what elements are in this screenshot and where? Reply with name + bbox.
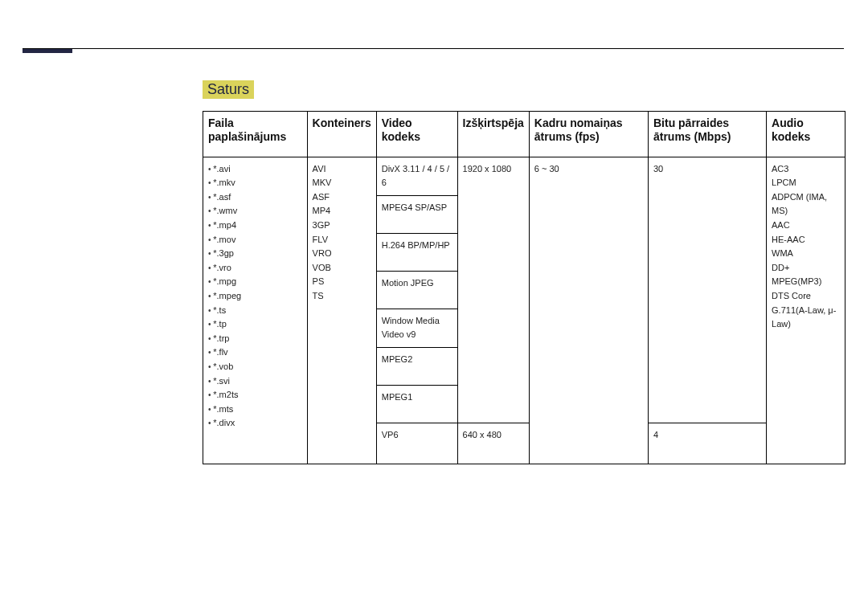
list-item: *.wmv bbox=[208, 204, 302, 219]
list-item: *.mp4 bbox=[208, 219, 302, 233]
list-item: *.divx bbox=[208, 416, 302, 431]
list-item: DD+ bbox=[772, 261, 840, 276]
list-item: *.trp bbox=[208, 332, 302, 346]
list-item: TS bbox=[313, 289, 371, 304]
list-item: *.svi bbox=[208, 374, 302, 389]
cell-fps: 6 ~ 30 bbox=[529, 157, 648, 464]
cell-bitrate: 4 bbox=[648, 423, 766, 464]
cell-video-codec: VP6 bbox=[376, 423, 457, 464]
list-item: *.asf bbox=[208, 190, 302, 205]
cell-res: 1920 x 1080 bbox=[457, 157, 529, 423]
list-item: DTS Core bbox=[772, 289, 840, 304]
list-item: AC3 bbox=[772, 162, 840, 177]
header-divider bbox=[23, 48, 844, 49]
cell-audio-codec: AC3LPCMADPCM (IMA, MS)AACHE-AACWMADD+MPE… bbox=[767, 157, 845, 464]
list-item: ADPCM (IMA, MS) bbox=[772, 190, 840, 219]
list-item: *.mpg bbox=[208, 275, 302, 289]
file-ext-list: *.avi*.mkv*.asf*.wmv*.mp4*.mov*.3gp*.vro… bbox=[208, 162, 302, 431]
list-item: *.mov bbox=[208, 233, 302, 247]
list-item: *.tp bbox=[208, 317, 302, 332]
th-resolution: Izšķirtspēja bbox=[457, 112, 529, 157]
list-item: VOB bbox=[313, 261, 371, 276]
list-item: *.mts bbox=[208, 403, 302, 417]
list-item: ASF bbox=[313, 190, 371, 205]
list-item: *.flv bbox=[208, 345, 302, 360]
cell-video-codec: DivX 3.11 / 4 / 5 / 6 bbox=[376, 157, 457, 195]
list-item: 3GP bbox=[313, 219, 371, 233]
th-video-codec: Video kodeks bbox=[376, 112, 457, 157]
container-list: AVIMKVASFMP43GPFLVVROVOBPSTS bbox=[313, 162, 371, 304]
list-item: FLV bbox=[313, 233, 371, 247]
audio-codec-list: AC3LPCMADPCM (IMA, MS)AACHE-AACWMADD+MPE… bbox=[772, 162, 840, 332]
list-item: AAC bbox=[772, 219, 840, 233]
cell-bitrate: 30 bbox=[648, 157, 766, 423]
list-item: VRO bbox=[313, 247, 371, 261]
codec-table-wrap: Faila paplašinājums Konteiners Video kod… bbox=[203, 111, 845, 464]
list-item: MKV bbox=[313, 176, 371, 190]
th-fps: Kadru nomaiņas ātrums (fps) bbox=[529, 112, 648, 157]
list-item: *.m2ts bbox=[208, 388, 302, 403]
cell-video-codec: Window Media Video v9 bbox=[376, 309, 457, 347]
cell-video-codec: H.264 BP/MP/HP bbox=[376, 233, 457, 271]
cell-video-codec: MPEG2 bbox=[376, 347, 457, 385]
list-item: *.mkv bbox=[208, 176, 302, 190]
th-bitrate: Bitu pārraides ātrums (Mbps) bbox=[648, 112, 766, 157]
list-item: MP4 bbox=[313, 204, 371, 219]
section-title: Saturs bbox=[203, 80, 254, 99]
th-file-ext: Faila paplašinājums bbox=[203, 112, 308, 157]
list-item: *.ts bbox=[208, 304, 302, 318]
cell-container: AVIMKVASFMP43GPFLVVROVOBPSTS bbox=[307, 157, 376, 464]
list-item: WMA bbox=[772, 247, 840, 261]
list-item: *.avi bbox=[208, 162, 302, 177]
list-item: HE-AAC bbox=[772, 233, 840, 247]
cell-video-codec: Motion JPEG bbox=[376, 271, 457, 309]
cell-res: 640 x 480 bbox=[457, 423, 529, 464]
list-item: *.3gp bbox=[208, 247, 302, 261]
list-item: PS bbox=[313, 275, 371, 289]
list-item: *.vro bbox=[208, 261, 302, 276]
th-container: Konteiners bbox=[307, 112, 376, 157]
cell-video-codec: MPEG4 SP/ASP bbox=[376, 195, 457, 233]
codec-table: Faila paplašinājums Konteiners Video kod… bbox=[203, 111, 845, 464]
list-item: LPCM bbox=[772, 176, 840, 190]
list-item: *.mpeg bbox=[208, 289, 302, 304]
cell-file-ext: *.avi*.mkv*.asf*.wmv*.mp4*.mov*.3gp*.vro… bbox=[203, 157, 308, 464]
list-item: *.vob bbox=[208, 360, 302, 374]
list-item: MPEG(MP3) bbox=[772, 275, 840, 289]
list-item: AVI bbox=[313, 162, 371, 177]
th-audio-codec: Audio kodeks bbox=[767, 112, 845, 157]
list-item: G.711(A-Law, μ-Law) bbox=[772, 304, 840, 332]
cell-video-codec: MPEG1 bbox=[376, 385, 457, 423]
